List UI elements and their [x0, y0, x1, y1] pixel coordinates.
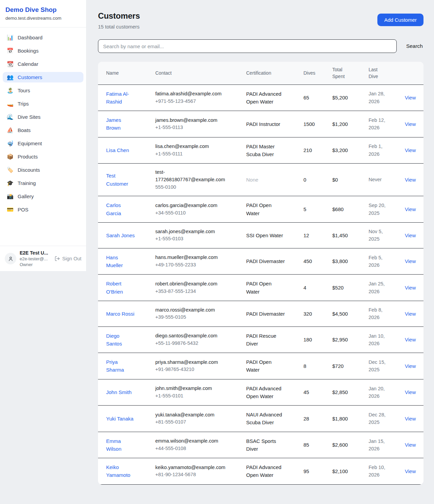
customer-phone: +1-555-0113 [155, 124, 229, 131]
customer-name-link[interactable]: John Smith [106, 388, 132, 396]
actions-cell: View [400, 310, 423, 318]
contact-cell: keiko.yamamoto@example.com +81-90-1234-5… [155, 464, 246, 479]
table-row: Yuki Tanaka yuki.tanaka@example.com +81-… [98, 406, 423, 432]
view-link[interactable]: View [405, 311, 416, 317]
view-link[interactable]: View [405, 121, 416, 127]
view-link[interactable]: View [405, 258, 416, 264]
total-spent-cell: $680 [332, 205, 369, 213]
sidebar-item-dive-sites[interactable]: 🌊 Dive Sites [3, 112, 83, 122]
total-spent-cell: $1,450 [332, 231, 369, 239]
nav-item-label: Gallery [18, 193, 34, 199]
user-role: Owner [20, 262, 51, 267]
customer-email: test-1772681807767@example.com [155, 169, 229, 184]
customer-email: keiko.yamamoto@example.com [155, 464, 229, 471]
nav-item-label: Boats [18, 127, 31, 133]
customer-email: john.smith@example.com [155, 385, 229, 392]
sidebar-item-trips[interactable]: 🚤 Trips [3, 98, 83, 109]
name-cell: Fatima Al-Rashid [106, 90, 155, 106]
sidebar-item-equipment[interactable]: 🤿 Equipment [3, 138, 83, 149]
name-cell: James Brown [106, 116, 155, 132]
island-icon: 🏝️ [7, 88, 14, 93]
last-dive-cell: Jan 25, 2026 [369, 280, 400, 295]
sign-out-button[interactable]: Sign Out [55, 256, 81, 261]
speedboat-icon: 🚤 [7, 101, 14, 107]
actions-cell: View [400, 205, 423, 213]
customer-email: yuki.tanaka@example.com [155, 411, 229, 419]
last-dive-cell: Jan 20, 2026 [369, 385, 400, 400]
customer-phone: +353-87-555-1234 [155, 288, 229, 295]
last-dive-cell: Feb 12, 2026 [369, 116, 400, 132]
view-link[interactable]: View [405, 416, 416, 422]
certification-cell: NAUI Advanced Scuba Diver [246, 411, 303, 427]
sidebar-item-calendar[interactable]: 📆 Calendar [3, 59, 83, 69]
total-spent-cell: $520 [332, 284, 369, 292]
search-button[interactable]: Search [406, 43, 423, 49]
customer-phone: +1-555-0103 [155, 235, 229, 243]
view-link[interactable]: View [405, 389, 416, 395]
view-link[interactable]: View [405, 468, 416, 474]
contact-cell: hans.mueller@example.com +49-170-555-223… [155, 254, 246, 269]
certification-cell: PADI Advanced Open Water [246, 385, 303, 400]
sidebar-item-customers[interactable]: 👥 Customers [3, 72, 83, 82]
sidebar-item-boats[interactable]: ⛵ Boats [3, 125, 83, 135]
customer-name-link[interactable]: Carlos Garcia [106, 201, 135, 217]
package-icon: 📦 [7, 154, 14, 160]
view-link[interactable]: View [405, 363, 416, 369]
sidebar-item-tours[interactable]: 🏝️ Tours [3, 85, 83, 96]
sidebar-item-gallery[interactable]: 📸 Gallery [3, 191, 83, 202]
view-link[interactable]: View [405, 95, 416, 100]
last-dive-cell: Never [369, 176, 400, 183]
sidebar-item-pos[interactable]: 💳 POS [3, 204, 83, 215]
customer-name-link[interactable]: Marco Rossi [106, 310, 134, 318]
customer-email: diego.santos@example.com [155, 332, 229, 340]
total-spent-cell: $720 [332, 362, 369, 370]
contact-cell: fatima.alrashid@example.com +971-55-123-… [155, 90, 246, 105]
view-link[interactable]: View [405, 232, 416, 238]
customers-table: Name Contact Certification Dives Total S… [98, 62, 423, 485]
customer-name-link[interactable]: Fatima Al-Rashid [106, 90, 135, 106]
sidebar-item-dashboard[interactable]: 📊 Dashboard [3, 32, 83, 43]
name-cell: Lisa Chen [106, 146, 155, 154]
add-customer-button[interactable]: Add Customer [377, 14, 423, 26]
actions-cell: View [400, 441, 423, 449]
customer-phone: +81-90-1234-5678 [155, 471, 229, 479]
sidebar-item-products[interactable]: 📦 Products [3, 151, 83, 162]
total-spent-cell: $2,100 [332, 467, 369, 475]
brand-name[interactable]: Demo Dive Shop [5, 6, 81, 14]
customer-name-link[interactable]: Sarah Jones [106, 231, 135, 239]
customer-name-link[interactable]: Emma Wilson [106, 437, 135, 453]
customer-phone: +81-555-0107 [155, 418, 229, 426]
customer-name-link[interactable]: Yuki Tanaka [106, 415, 134, 423]
certification-cell: PADI Rescue Diver [246, 332, 303, 348]
customer-name-link[interactable]: Lisa Chen [106, 146, 129, 154]
view-link[interactable]: View [405, 442, 416, 448]
nav-item-label: Equipment [18, 141, 42, 146]
table-header-row: Name Contact Certification Dives Total S… [98, 62, 423, 85]
customer-email: marco.rossi@example.com [155, 306, 229, 314]
total-spent-cell: $3,200 [332, 146, 369, 154]
view-link[interactable]: View [405, 147, 416, 153]
user-name: E2E Test U... [20, 250, 51, 256]
view-link[interactable]: View [405, 177, 416, 183]
view-link[interactable]: View [405, 337, 416, 342]
sidebar-item-bookings[interactable]: 📅 Bookings [3, 45, 83, 56]
brand-domain: demo.test.divestreams.com [5, 16, 81, 21]
certification-cell: BSAC Sports Diver [246, 437, 303, 453]
customer-name-link[interactable]: Keiko Yamamoto [106, 463, 135, 479]
view-link[interactable]: View [405, 206, 416, 212]
customer-name-link[interactable]: James Brown [106, 116, 135, 132]
sailboat-icon: ⛵ [7, 128, 14, 133]
customer-name-link[interactable]: Diego Santos [106, 332, 135, 348]
search-input[interactable] [98, 39, 397, 53]
customer-name-link[interactable]: Robert O'Brien [106, 280, 135, 296]
name-cell: Keiko Yamamoto [106, 463, 155, 479]
customer-name-link[interactable]: Hans Mueller [106, 254, 135, 269]
total-spent-cell: $2,850 [332, 388, 369, 396]
sidebar-item-discounts[interactable]: 🏷️ Discounts [3, 165, 83, 175]
view-link[interactable]: View [405, 285, 416, 291]
bar-chart-icon: 📊 [7, 35, 14, 40]
certification-cell: PADI Master Scuba Diver [246, 143, 303, 158]
customer-name-link[interactable]: Test Customer [106, 172, 135, 188]
customer-name-link[interactable]: Priya Sharma [106, 358, 135, 374]
sidebar-item-training[interactable]: 🎓 Training [3, 178, 83, 188]
